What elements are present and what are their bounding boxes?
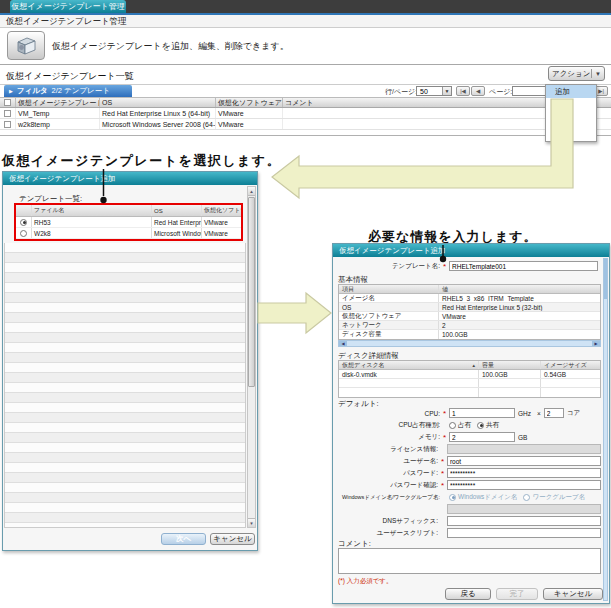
dns-suffix-row: DNSサフィックス: bbox=[338, 515, 601, 527]
col-software: 仮想化ソフトウェア bbox=[202, 205, 241, 216]
first-page-button[interactable]: |◀ bbox=[456, 86, 470, 96]
horizontal-scrollbar[interactable]: ◀ ▶ bbox=[338, 340, 601, 347]
cell-os: Microsoft Windows Ser bbox=[152, 228, 202, 238]
file-table-header: ファイル名 OS 仮想化ソフトウェア bbox=[16, 205, 241, 217]
template-box-icon bbox=[7, 31, 45, 60]
radio-windows-domain[interactable] bbox=[449, 494, 456, 501]
list-section-title: 仮想イメージテンプレート一覧 bbox=[6, 70, 134, 83]
cpu-cores-input[interactable] bbox=[544, 408, 564, 418]
scroll-down-icon[interactable]: ▼ bbox=[248, 518, 255, 527]
memory-row: メモリ: * GB bbox=[338, 431, 601, 443]
dns-suffix-input[interactable] bbox=[447, 516, 601, 526]
scrollbar-thumb[interactable] bbox=[248, 197, 255, 387]
scrollbar[interactable]: ▲ ▼ bbox=[247, 186, 256, 528]
cell-os: Red Hat Enterprise Lin bbox=[152, 217, 202, 227]
template-name-input[interactable] bbox=[449, 261, 598, 271]
sort-asc-icon[interactable]: ▲ bbox=[472, 363, 476, 368]
required-asterisk: * bbox=[438, 481, 447, 490]
scrollbar-thumb[interactable] bbox=[604, 259, 607, 299]
page-label: ページ: bbox=[489, 87, 512, 97]
table-row[interactable]: VM_Temp Red Hat Enterprise Linux 5 (64-b… bbox=[0, 108, 611, 119]
license-row: ライセンス情報: bbox=[338, 443, 601, 455]
domain-name-row bbox=[338, 503, 601, 515]
action-button[interactable]: アクション ▼ bbox=[548, 66, 605, 81]
action-button-label: アクション bbox=[552, 69, 590, 79]
dialog-titlebar: 仮想イメージテンプレート追加 bbox=[3, 172, 257, 185]
template-row[interactable]: RH53 Red Hat Enterprise Lin VMware bbox=[16, 217, 241, 228]
filter-label: フィルタ bbox=[17, 86, 48, 96]
radio-unselected[interactable] bbox=[20, 230, 27, 237]
radio-selected[interactable] bbox=[20, 219, 27, 226]
template-table-header: 仮想イメージテンプレート名 OS 仮想化ソフトウェア コメント bbox=[0, 97, 611, 108]
radio-shared[interactable] bbox=[477, 422, 484, 429]
template-name-label: テンプレート名: bbox=[338, 262, 440, 271]
cell-software: VMware bbox=[216, 119, 283, 129]
back-button[interactable]: 戻る bbox=[445, 588, 491, 600]
scroll-up-icon[interactable]: ▲ bbox=[248, 187, 255, 196]
scrollbar[interactable] bbox=[603, 258, 608, 601]
cell-os: Microsoft Windows Server 2008 (64-bit bbox=[100, 119, 216, 129]
template-row[interactable]: W2k8 Microsoft Windows Ser VMware bbox=[16, 228, 241, 239]
password-input[interactable] bbox=[447, 468, 601, 478]
breadcrumb: 仮想イメージテンプレート管理 bbox=[0, 15, 611, 28]
filter-tab[interactable]: ▶ フィルタ 2/2 テンプレート bbox=[4, 85, 132, 97]
username-input[interactable] bbox=[447, 456, 601, 466]
password-row: パスワード: * bbox=[338, 467, 601, 479]
disk-info-table: 仮想ディスク名 ▲ 容量 イメージサイズ disk-0.vmdk 100.0GB… bbox=[338, 360, 601, 398]
basic-info-table: 項目 値 イメージ名RHEL5_3_x86_ITRM_Template OSRe… bbox=[338, 284, 601, 340]
scroll-left-icon[interactable]: ◀ bbox=[339, 341, 347, 346]
dialog-titlebar: 仮想イメージテンプレート追加 bbox=[333, 244, 609, 257]
radio-workgroup[interactable] bbox=[523, 494, 530, 501]
main-window: 仮想イメージテンプレート管理 仮想イメージテンプレート管理 仮想イメージテンプレ… bbox=[0, 0, 611, 136]
required-asterisk: * bbox=[440, 409, 449, 418]
rows-per-page-label: 行/ページ: bbox=[385, 87, 417, 97]
user-script-input[interactable] bbox=[447, 528, 601, 538]
prev-page-button[interactable]: ◀ bbox=[471, 86, 485, 96]
select-all-checkbox[interactable] bbox=[4, 99, 11, 106]
chevron-down-icon: ▼ bbox=[442, 87, 451, 95]
col-item: 項目 bbox=[339, 285, 439, 293]
password-confirm-input[interactable] bbox=[447, 480, 601, 490]
table-row[interactable]: w2k8temp Microsoft Windows Server 2008 (… bbox=[0, 119, 611, 130]
next-button[interactable]: 次へ bbox=[161, 533, 206, 545]
cell-software: VMware bbox=[202, 228, 241, 238]
window-tab[interactable]: 仮想イメージテンプレート管理 bbox=[10, 0, 126, 13]
password-confirm-row: パスワード確認: * bbox=[338, 479, 601, 491]
cell-file: W2k8 bbox=[32, 228, 152, 238]
username-row: ユーザー名: * bbox=[338, 455, 601, 467]
row-checkbox[interactable] bbox=[4, 110, 11, 117]
memory-input[interactable] bbox=[449, 432, 515, 442]
page-description: 仮想イメージテンプレートを追加、編集、削除できます。 bbox=[52, 40, 289, 53]
required-asterisk: * bbox=[440, 433, 449, 442]
radio-dedicated[interactable] bbox=[449, 422, 456, 429]
select-template-dialog: 仮想イメージテンプレート追加 テンプレート一覧: ファイル名 OS 仮想化ソフト… bbox=[2, 171, 258, 551]
windows-domain-row: Windowsドメイン名/ワークグループ名: Windowsドメイン名 ワークグ… bbox=[338, 491, 601, 503]
cancel-button[interactable]: キャンセル bbox=[543, 588, 603, 600]
user-script-row: ユーザースクリプト: bbox=[338, 527, 601, 539]
cube-icon bbox=[14, 35, 38, 57]
note-select-template: 仮想イメージテンプレートを選択します。 bbox=[2, 152, 281, 170]
row-checkbox[interactable] bbox=[4, 121, 11, 128]
cpu-ghz-input[interactable] bbox=[449, 408, 515, 418]
finish-button[interactable]: 完了 bbox=[496, 588, 538, 600]
rows-per-page-select[interactable]: 50 ▼ bbox=[416, 86, 452, 96]
menu-item-add[interactable]: 追加 bbox=[546, 85, 596, 98]
col-disk-name: 仮想ディスク名 ▲ bbox=[339, 361, 479, 369]
divider bbox=[0, 64, 611, 65]
cancel-button[interactable]: キャンセル bbox=[210, 533, 255, 545]
cell-name: w2k8temp bbox=[16, 119, 100, 129]
menu-item-edit[interactable]: 編集 bbox=[546, 98, 596, 111]
col-os: OS bbox=[152, 205, 202, 216]
add-template-dialog: 仮想イメージテンプレート追加 テンプレート名: * 基本情報 項目 値 イメージ… bbox=[332, 243, 610, 604]
required-asterisk: * bbox=[438, 469, 447, 478]
action-menu: 追加 編集 bbox=[545, 84, 597, 142]
window-titlebar: 仮想イメージテンプレート管理 bbox=[0, 0, 611, 13]
cpu-type-row: CPU占有種別: 占有 共有 bbox=[338, 419, 601, 431]
cell-software: VMware bbox=[216, 108, 283, 118]
cell-file: RH53 bbox=[32, 217, 152, 227]
comment-textarea[interactable] bbox=[338, 548, 601, 574]
scroll-right-icon[interactable]: ▶ bbox=[592, 341, 600, 346]
cpu-row: CPU: * GHz × コア bbox=[338, 407, 601, 419]
disk-row[interactable]: disk-0.vmdk 100.0GB 0.54GB bbox=[339, 370, 600, 379]
screen: 仮想イメージテンプレート管理 仮想イメージテンプレート管理 仮想イメージテンプレ… bbox=[0, 0, 611, 608]
